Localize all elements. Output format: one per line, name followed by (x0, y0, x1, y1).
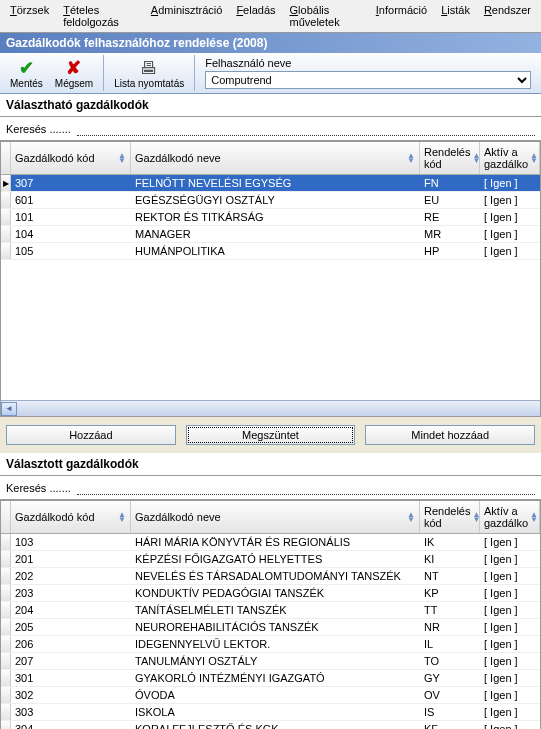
cell-kod: 207 (11, 654, 131, 668)
cell-kod: 205 (11, 620, 131, 634)
table-row[interactable]: 206IDEGENNYELVŰ LEKTOR.IL[ Igen ] (1, 636, 540, 653)
cell-kod: 601 (11, 193, 131, 207)
table-row[interactable]: 302ÓVODAOV[ Igen ] (1, 687, 540, 704)
table-row[interactable]: 104MANAGERMR[ Igen ] (1, 226, 540, 243)
table-row[interactable]: 105HUMÁNPOLITIKAHP[ Igen ] (1, 243, 540, 260)
user-label: Felhasználó neve (205, 57, 531, 69)
cell-nev: KONDUKTÍV PEDAGÓGIAI TANSZÉK (131, 586, 420, 600)
menu-item[interactable]: Rendszer (478, 2, 537, 30)
table-row[interactable]: 303ISKOLAIS[ Igen ] (1, 704, 540, 721)
table-row[interactable]: 202NEVELÉS ÉS TÁRSADALOMTUDOMÁNYI TANSZÉ… (1, 568, 540, 585)
col-nev[interactable]: Gazdálkodó neve▲▼ (131, 142, 420, 174)
col-kod[interactable]: Gazdálkodó kód▲▼ (11, 501, 131, 533)
col-kod[interactable]: Gazdálkodó kód▲▼ (11, 142, 131, 174)
cell-nev: HÁRI MÁRIA KÖNYVTÁR ÉS REGIONÁLIS (131, 535, 420, 549)
table-row[interactable]: 103HÁRI MÁRIA KÖNYVTÁR ÉS REGIONÁLISIK[ … (1, 534, 540, 551)
cell-akt: [ Igen ] (480, 193, 540, 207)
printer-icon: 🖶 (140, 58, 158, 78)
menu-item[interactable]: Globális műveletek (284, 2, 368, 30)
cell-akt: [ Igen ] (480, 569, 540, 583)
menu-item[interactable]: Információ (370, 2, 433, 30)
menu-item[interactable]: Adminisztráció (145, 2, 229, 30)
cell-nev: FELNŐTT NEVELÉSI EGYSÉG (131, 176, 420, 190)
chosen-rows: 103HÁRI MÁRIA KÖNYVTÁR ÉS REGIONÁLISIK[ … (1, 534, 540, 729)
chosen-grid: Gazdálkodó kód▲▼ Gazdálkodó neve▲▼ Rende… (0, 500, 541, 729)
row-gutter (1, 687, 11, 703)
print-button[interactable]: 🖶 Lista nyomtatás (108, 56, 190, 91)
scroll-left-icon[interactable]: ◄ (1, 402, 17, 416)
available-hscroll[interactable]: ◄ (1, 400, 540, 416)
remove-button[interactable]: Megszüntet (186, 425, 356, 445)
chosen-header: Választott gazdálkodók (0, 453, 541, 476)
menu-item[interactable]: Tételes feldolgozás (57, 2, 143, 30)
cell-nev: GYAKORLÓ INTÉZMÉNYI IGAZGATÓ (131, 671, 420, 685)
available-header: Választható gazdálkodók (0, 94, 541, 117)
row-gutter (1, 602, 11, 618)
separator (103, 55, 104, 91)
cell-nev: TANÍTÁSELMÉLETI TANSZÉK (131, 603, 420, 617)
cell-kod: 301 (11, 671, 131, 685)
cell-rend: KP (420, 586, 480, 600)
cell-rend: GY (420, 671, 480, 685)
cell-rend: NT (420, 569, 480, 583)
save-label: Mentés (10, 78, 43, 89)
table-row[interactable]: 601EGÉSZSÉGÜGYI OSZTÁLYEU[ Igen ] (1, 192, 540, 209)
row-gutter (1, 209, 11, 225)
col-nev[interactable]: Gazdálkodó neve▲▼ (131, 501, 420, 533)
cancel-label: Mégsem (55, 78, 93, 89)
cell-rend: OV (420, 688, 480, 702)
row-gutter (1, 534, 11, 550)
cell-akt: [ Igen ] (480, 620, 540, 634)
cell-akt: [ Igen ] (480, 227, 540, 241)
chosen-search-input[interactable] (77, 480, 535, 495)
user-select[interactable]: Computrend (205, 71, 531, 89)
cell-akt: [ Igen ] (480, 210, 540, 224)
cell-kod: 204 (11, 603, 131, 617)
col-akt[interactable]: Aktív a gazdálko▲▼ (480, 142, 540, 174)
chosen-search-row: Keresés ....... (0, 476, 541, 500)
search-label: Keresés ....... (6, 482, 71, 494)
cell-nev: REKTOR ÉS TITKÁRSÁG (131, 210, 420, 224)
cell-rend: HP (420, 244, 480, 258)
available-search-row: Keresés ....... (0, 117, 541, 141)
cell-rend: IL (420, 637, 480, 651)
table-row[interactable]: 207TANULMÁNYI OSZTÁLYTO[ Igen ] (1, 653, 540, 670)
print-label: Lista nyomtatás (114, 78, 184, 89)
save-button[interactable]: ✔ Mentés (4, 56, 49, 91)
table-row[interactable]: 101REKTOR ÉS TITKÁRSÁGRE[ Igen ] (1, 209, 540, 226)
table-row[interactable]: 203KONDUKTÍV PEDAGÓGIAI TANSZÉKKP[ Igen … (1, 585, 540, 602)
table-row[interactable]: 301GYAKORLÓ INTÉZMÉNYI IGAZGATÓGY[ Igen … (1, 670, 540, 687)
cell-akt: [ Igen ] (480, 722, 540, 729)
user-select-box: Felhasználó neve Computrend (199, 55, 537, 91)
cell-akt: [ Igen ] (480, 603, 540, 617)
table-row[interactable]: 204TANÍTÁSELMÉLETI TANSZÉKTT[ Igen ] (1, 602, 540, 619)
row-gutter (1, 585, 11, 601)
col-rend[interactable]: Rendelés kód▲▼ (420, 501, 480, 533)
cell-nev: EGÉSZSÉGÜGYI OSZTÁLY (131, 193, 420, 207)
button-row: Hozzáad Megszüntet Mindet hozzáad (0, 417, 541, 453)
menu-item[interactable]: Listák (435, 2, 476, 30)
add-button[interactable]: Hozzáad (6, 425, 176, 445)
table-row[interactable]: 304KORAI FEJLESZTŐ ÉS KGKKF[ Igen ] (1, 721, 540, 729)
cell-rend: IK (420, 535, 480, 549)
window-title: Gazdálkodók felhasználóhoz rendelése (20… (0, 33, 541, 53)
table-row[interactable]: ▶307FELNŐTT NEVELÉSI EGYSÉGFN[ Igen ] (1, 175, 540, 192)
col-akt[interactable]: Aktív a gazdálko▲▼ (480, 501, 540, 533)
addall-button[interactable]: Mindet hozzáad (365, 425, 535, 445)
search-label: Keresés ....... (6, 123, 71, 135)
table-row[interactable]: 205NEUROREHABILITÁCIÓS TANSZÉKNR[ Igen ] (1, 619, 540, 636)
cell-nev: KORAI FEJLESZTŐ ÉS KGK (131, 722, 420, 729)
available-search-input[interactable] (77, 121, 535, 136)
cell-nev: TANULMÁNYI OSZTÁLY (131, 654, 420, 668)
separator (194, 55, 195, 91)
cell-akt: [ Igen ] (480, 637, 540, 651)
cell-akt: [ Igen ] (480, 688, 540, 702)
cell-rend: MR (420, 227, 480, 241)
cancel-button[interactable]: ✘ Mégsem (49, 56, 99, 91)
col-rend[interactable]: Rendelés kód▲▼ (420, 142, 480, 174)
menu-item[interactable]: Feladás (230, 2, 281, 30)
menu-item[interactable]: Törzsek (4, 2, 55, 30)
cell-kod: 203 (11, 586, 131, 600)
row-gutter (1, 619, 11, 635)
table-row[interactable]: 201KÉPZÉSI FŐIGAZGATÓ HELYETTESKI[ Igen … (1, 551, 540, 568)
